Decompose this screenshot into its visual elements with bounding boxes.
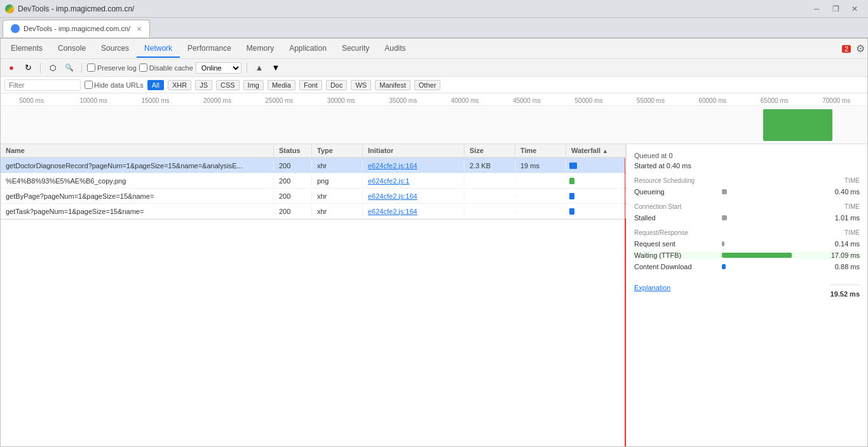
row3-time — [515, 195, 566, 197]
tab-console[interactable]: Console — [50, 40, 93, 58]
devtools-panel: Elements Console Sources Network Perform… — [0, 38, 868, 447]
filter-btn-font[interactable]: Font — [299, 80, 322, 90]
filter-btn-doc[interactable]: Doc — [326, 80, 348, 90]
timing-connection-start-section: Connection Start TIME — [634, 203, 860, 210]
empty-area — [1, 219, 626, 270]
tab-network[interactable]: Network — [137, 40, 180, 58]
row1-name: getDoctorDiagnoseRecord?pageNum=1&pageSi… — [1, 161, 274, 171]
row3-initiator-link[interactable]: e624cfe2.js:164 — [368, 192, 417, 200]
row4-initiator-link[interactable]: e624cfe2.js:164 — [368, 208, 417, 215]
timing-request-response-label: Request/Response — [634, 229, 688, 236]
timing-stalled-row: Stalled 1.01 ms — [634, 214, 860, 222]
timeline-label-0: 5000 ms — [1, 97, 62, 104]
filter-btn-xhr[interactable]: XHR — [168, 80, 191, 90]
row3-name: getByPage?pageNum=1&pageSize=15&name= — [1, 191, 274, 201]
header-type: Type — [312, 144, 363, 157]
search-icon-button[interactable]: 🔍 — [62, 61, 76, 75]
row2-time — [515, 180, 566, 182]
timing-queueing-row: Queueing 0.40 ms — [634, 188, 860, 196]
timing-request-sent-row: Request sent 0.14 ms — [634, 240, 860, 248]
filter-input[interactable] — [4, 79, 81, 91]
timing-started-at: Started at 0.40 ms — [634, 162, 860, 170]
devtools-tab-right: 2 ⚙ — [842, 43, 865, 55]
tab-memory[interactable]: Memory — [239, 40, 281, 58]
table-row[interactable]: %E4%B8%93%E5%AE%B6_copy.png 200 png e624… — [1, 173, 626, 189]
record-button[interactable]: ● — [4, 61, 18, 75]
filter-icon-button[interactable]: ⬡ — [46, 61, 60, 75]
tab-performance[interactable]: Performance — [180, 40, 239, 58]
row2-waterfall — [566, 173, 626, 188]
timing-resource-scheduling-time: TIME — [844, 177, 860, 184]
timing-waiting-ttfb-bar-area — [722, 253, 820, 258]
timing-waiting-ttfb-bar — [722, 253, 792, 258]
row1-wf-bar — [569, 163, 577, 169]
row1-size: 2.3 KB — [465, 161, 515, 171]
row1-status: 200 — [274, 161, 312, 171]
filter-btn-manifest[interactable]: Manifest — [375, 80, 410, 90]
timing-resource-scheduling-label: Resource Scheduling — [634, 177, 695, 184]
table-row[interactable]: getDoctorDiagnoseRecord?pageNum=1&pageSi… — [1, 158, 626, 173]
tab-close-icon[interactable]: ✕ — [137, 25, 142, 32]
disable-cache-label[interactable]: Disable cache — [139, 63, 193, 72]
hide-data-urls-checkbox[interactable] — [85, 81, 93, 89]
filter-btn-media[interactable]: Media — [268, 80, 295, 90]
row2-name: %E4%B8%93%E5%AE%B6_copy.png — [1, 176, 274, 186]
tab-sources[interactable]: Sources — [93, 40, 137, 58]
row4-initiator: e624cfe2.js:164 — [363, 206, 465, 217]
throttle-select[interactable]: Online Fast 3G Slow 3G — [196, 62, 241, 74]
waterfall-sort-icon: ▲ — [602, 148, 608, 154]
header-time: Time — [515, 144, 566, 157]
filter-btn-all[interactable]: All — [147, 80, 164, 90]
timeline-label-2: 15000 ms — [125, 97, 186, 104]
row1-type: xhr — [312, 161, 363, 171]
window-title: DevTools - imp.magicmed.com.cn/ — [18, 4, 134, 13]
timeline-area — [1, 106, 867, 144]
filter-btn-css[interactable]: CSS — [216, 80, 240, 90]
disable-cache-checkbox[interactable] — [139, 63, 147, 72]
filter-btn-ws[interactable]: WS — [351, 80, 371, 90]
timeline-label-3: 20000 ms — [186, 97, 248, 104]
tab-application[interactable]: Application — [281, 40, 334, 58]
row2-initiator: e624cfe2.js:1 — [363, 176, 465, 186]
preserve-log-checkbox[interactable] — [87, 63, 95, 72]
tab-audits[interactable]: Audits — [377, 40, 413, 58]
settings-icon[interactable]: ⚙ — [856, 43, 865, 55]
table-row[interactable]: getByPage?pageNum=1&pageSize=15&name= 20… — [1, 189, 626, 204]
timing-stalled-time: 1.01 ms — [825, 214, 860, 222]
timing-connection-start-time: TIME — [844, 203, 860, 210]
timing-queueing-label: Queueing — [634, 188, 717, 196]
timeline-label-9: 50000 ms — [558, 97, 620, 104]
close-button[interactable]: ✕ — [846, 3, 863, 15]
row1-initiator-link[interactable]: e624cfe2.js:164 — [368, 162, 417, 170]
tab-elements[interactable]: Elements — [3, 40, 50, 58]
timing-queueing-time: 0.40 ms — [825, 188, 860, 196]
filter-btn-other[interactable]: Other — [414, 80, 441, 90]
disable-cache-text: Disable cache — [149, 64, 193, 72]
timeline-label-7: 40000 ms — [434, 97, 496, 104]
toolbar-separator-3 — [247, 63, 247, 73]
minimize-button[interactable]: ─ — [808, 3, 825, 15]
timing-panel: Queued at 0 Started at 0.40 ms Resource … — [626, 144, 867, 446]
row2-type: png — [312, 176, 363, 186]
hide-data-urls-label[interactable]: Hide data URLs — [85, 81, 144, 89]
filter-btn-img[interactable]: Img — [243, 80, 264, 90]
timing-total-time: 19.52 ms — [831, 284, 860, 298]
restore-button[interactable]: ❐ — [827, 3, 844, 15]
download-button[interactable]: ▼ — [269, 61, 283, 75]
row2-initiator-link[interactable]: e624cfe2.js:1 — [368, 177, 409, 185]
title-bar-left: DevTools - imp.magicmed.com.cn/ — [5, 4, 134, 13]
upload-button[interactable]: ▲ — [252, 61, 266, 75]
header-name: Name — [1, 144, 274, 157]
reload-button[interactable]: ↻ — [21, 61, 35, 75]
timing-explanation-link[interactable]: Explanation — [634, 284, 671, 291]
filter-bar: Hide data URLs All XHR JS CSS Img Media … — [1, 77, 867, 93]
preserve-log-label[interactable]: Preserve log — [87, 63, 137, 72]
timing-waiting-ttfb-row: Waiting (TTFB) 17.09 ms — [634, 251, 860, 259]
table-row[interactable]: getTask?pageNum=1&pageSize=15&name= 200 … — [1, 204, 626, 219]
timing-content-download-label: Content Download — [634, 263, 717, 270]
tab-security[interactable]: Security — [334, 40, 377, 58]
timeline-label-1: 10000 ms — [62, 97, 124, 104]
filter-btn-js[interactable]: JS — [195, 80, 212, 90]
row2-size — [465, 180, 515, 182]
browser-tab[interactable]: DevTools - imp.magicmed.com.cn/ ✕ — [3, 20, 150, 37]
